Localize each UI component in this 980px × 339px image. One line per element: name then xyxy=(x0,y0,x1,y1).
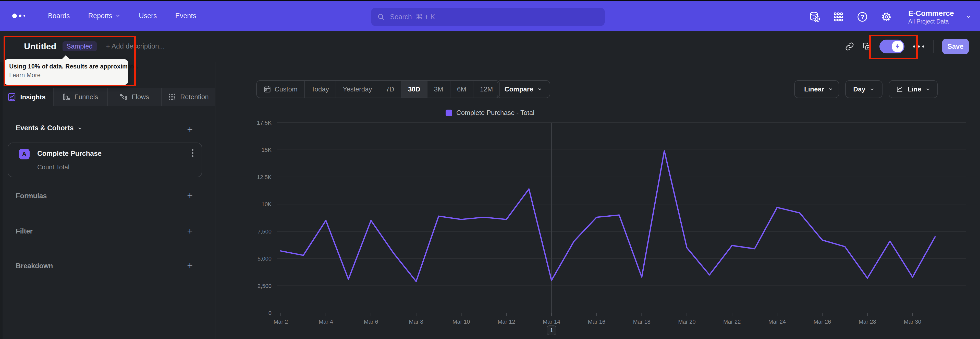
x-axis-tick-label: Mar 30 xyxy=(904,318,921,325)
y-axis-tick-label: 2,500 xyxy=(258,283,272,289)
x-axis-tick-label: Mar 10 xyxy=(452,318,470,325)
x-axis-tick-label: Mar 2 xyxy=(274,318,288,325)
y-axis-tick-label: 5,000 xyxy=(258,256,272,262)
learn-more-link[interactable]: Learn More xyxy=(9,72,123,79)
sampling-tooltip: Using 10% of data. Results are approxima… xyxy=(4,59,128,85)
x-axis-tick-label: Mar 26 xyxy=(814,318,831,325)
x-axis-tick-label: Mar 24 xyxy=(768,318,786,325)
y-axis-tick-label: 12.5K xyxy=(257,174,272,181)
x-axis-tick-label: Mar 28 xyxy=(859,318,876,325)
x-axis-tick-label: Mar 6 xyxy=(364,318,378,325)
x-axis-tick-label: Mar 8 xyxy=(409,318,423,325)
x-axis-tick-label: Mar 16 xyxy=(588,318,605,325)
insights-line-chart[interactable]: 17.5K15K12.5K10K7,5005,0002,5000Mar 2Mar… xyxy=(0,0,980,339)
x-axis-tick-label: Mar 18 xyxy=(633,318,650,325)
mixpanel-insights-page: Boards Reports Users Events xyxy=(0,0,980,339)
y-axis-tick-label: 7,500 xyxy=(258,229,272,235)
x-axis-tick-label: Mar 4 xyxy=(319,318,333,325)
tooltip-message: Using 10% of data. Results are approxima… xyxy=(9,63,123,70)
annotation-marker-badge[interactable]: 1 xyxy=(547,325,556,335)
y-axis-tick-label: 0 xyxy=(269,310,272,316)
y-axis-tick-label: 10K xyxy=(262,201,272,208)
x-axis-tick-label: Mar 12 xyxy=(498,318,515,325)
x-axis-tick-label: Mar 20 xyxy=(678,318,695,325)
series-line-complete-purchase[interactable] xyxy=(281,151,935,281)
y-axis-tick-label: 15K xyxy=(262,147,272,153)
x-axis-tick-label: Mar 14 xyxy=(543,318,560,325)
x-axis-tick-label: Mar 22 xyxy=(723,318,741,325)
y-axis-tick-label: 17.5K xyxy=(257,120,272,126)
